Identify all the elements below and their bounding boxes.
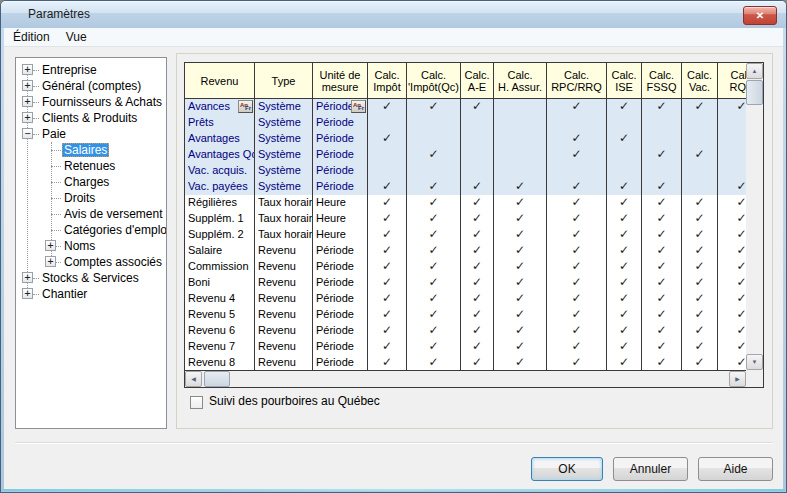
cell-calc-impot[interactable]: ✓ — [368, 307, 407, 323]
cell-type[interactable]: Système — [255, 147, 313, 163]
table-row[interactable]: AvancesAnFr Système PériodeAnFr ✓ ✓ ✓ ✓ … — [185, 99, 763, 115]
cell-calc-ae[interactable]: ✓ — [461, 195, 494, 211]
cell-type[interactable]: Taux horaire — [255, 195, 313, 211]
cell-revenu[interactable]: Revenu 7AnFr — [185, 339, 255, 355]
cell-calc-h-assur[interactable]: ✓ — [494, 307, 547, 323]
cell-calc-ise[interactable]: ✓ — [607, 291, 642, 307]
cell-calc-h-assur[interactable] — [494, 131, 547, 147]
cell-revenu[interactable]: BoniAnFr — [185, 275, 255, 291]
cell-revenu[interactable]: RégilièresAnFr — [185, 195, 255, 211]
scroll-down-button[interactable]: ▼ — [746, 354, 763, 370]
cell-calc-h-assur[interactable]: ✓ — [494, 259, 547, 275]
tree-item[interactable]: + Général (comptes) — [16, 78, 166, 94]
cell-revenu[interactable]: Revenu 4AnFr — [185, 291, 255, 307]
cell-unite[interactable]: PériodeAnFr — [313, 99, 368, 115]
cell-calc-ae[interactable]: ✓ — [461, 291, 494, 307]
cell-unite[interactable]: HeureAnFr — [313, 195, 368, 211]
cell-calc-rpc-rrq[interactable]: ✓ — [547, 195, 607, 211]
menu-item-edition[interactable]: Édition — [6, 29, 57, 45]
cell-calc-ae[interactable]: ✓ — [461, 355, 494, 371]
table-row[interactable]: Revenu 5AnFr Revenu PériodeAnFr ✓ ✓ ✓ ✓ … — [185, 307, 763, 323]
cell-unite[interactable]: PériodeAnFr — [313, 355, 368, 371]
tree-item[interactable]: + Comptes associés — [16, 254, 166, 270]
cell-calc-ae[interactable]: ✓ — [461, 211, 494, 227]
table-row[interactable]: AvantagesAnFr Système PériodeAnFr ✓ ✓ ✓ — [185, 131, 763, 147]
cell-calc-h-assur[interactable]: ✓ — [494, 227, 547, 243]
cell-calc-rpc-rrq[interactable]: ✓ — [547, 147, 607, 163]
cell-calc-vac[interactable] — [682, 131, 718, 147]
cell-calc-ise[interactable]: ✓ — [607, 211, 642, 227]
cell-type[interactable]: Revenu — [255, 355, 313, 371]
cell-calc-vac[interactable]: ✓ — [682, 147, 718, 163]
tree-item[interactable]: Catégories d'emploi — [16, 222, 166, 238]
cell-calc-impot-qc[interactable]: ✓ — [407, 195, 461, 211]
cell-revenu[interactable]: Revenu 5AnFr — [185, 307, 255, 323]
cell-calc-ae[interactable]: ✓ — [461, 179, 494, 195]
vertical-scrollbar[interactable]: ▲ ▼ — [746, 63, 763, 370]
help-button[interactable]: Aide — [698, 457, 773, 481]
tree-item-label[interactable]: Avis de versement — [62, 207, 165, 221]
cell-calc-impot-qc[interactable]: ✓ — [407, 323, 461, 339]
cell-unite[interactable]: PériodeAnFr — [313, 147, 368, 163]
cell-calc-fssq[interactable]: ✓ — [642, 339, 682, 355]
cell-calc-impot-qc[interactable]: ✓ — [407, 339, 461, 355]
tree-item[interactable]: + Clients & Produits — [16, 110, 166, 126]
cell-unite[interactable]: HeureAnFr — [313, 227, 368, 243]
cell-type[interactable]: Revenu — [255, 275, 313, 291]
close-button[interactable]: ✕ — [743, 6, 777, 25]
cell-calc-h-assur[interactable]: ✓ — [494, 179, 547, 195]
cell-type[interactable]: Système — [255, 99, 313, 115]
table-row[interactable]: Vac. payéesAnFr Système PériodeAnFr ✓ ✓ … — [185, 179, 763, 195]
cell-calc-impot[interactable]: ✓ — [368, 339, 407, 355]
cell-calc-ise[interactable]: ✓ — [607, 355, 642, 371]
cell-revenu[interactable]: Revenu 6AnFr — [185, 323, 255, 339]
cell-calc-rpc-rrq[interactable]: ✓ — [547, 291, 607, 307]
cell-calc-impot[interactable]: ✓ — [368, 323, 407, 339]
cell-calc-fssq[interactable]: ✓ — [642, 99, 682, 115]
cell-calc-vac[interactable]: ✓ — [682, 227, 718, 243]
cell-calc-vac[interactable]: ✓ — [682, 243, 718, 259]
cell-calc-ise[interactable]: ✓ — [607, 339, 642, 355]
cell-calc-ae[interactable] — [461, 147, 494, 163]
cell-calc-ise[interactable]: ✓ — [607, 243, 642, 259]
cell-calc-fssq[interactable]: ✓ — [642, 195, 682, 211]
cell-calc-ise[interactable]: ✓ — [607, 179, 642, 195]
cell-type[interactable]: Système — [255, 163, 313, 179]
cell-calc-h-assur[interactable]: ✓ — [494, 339, 547, 355]
cell-calc-vac[interactable]: ✓ — [682, 211, 718, 227]
cell-calc-vac[interactable]: ✓ — [682, 275, 718, 291]
cell-calc-ise[interactable]: ✓ — [607, 259, 642, 275]
tree-item-label[interactable]: Salaires — [62, 143, 109, 157]
tree-expander-icon[interactable]: + — [22, 272, 33, 283]
cell-calc-vac[interactable] — [682, 115, 718, 131]
cell-calc-ise[interactable]: ✓ — [607, 131, 642, 147]
tree-item[interactable]: Retenues — [16, 158, 166, 174]
table-row[interactable]: RégilièresAnFr Taux horaire HeureAnFr ✓ … — [185, 195, 763, 211]
cell-calc-ise[interactable] — [607, 163, 642, 179]
cell-calc-ise[interactable]: ✓ — [607, 307, 642, 323]
cell-calc-rpc-rrq[interactable]: ✓ — [547, 179, 607, 195]
ok-button[interactable]: OK — [531, 457, 603, 481]
cell-calc-vac[interactable]: ✓ — [682, 99, 718, 115]
tree-item-label[interactable]: Paie — [40, 127, 68, 141]
cell-unite[interactable]: PériodeAnFr — [313, 163, 368, 179]
cell-calc-vac[interactable]: ✓ — [682, 355, 718, 371]
cell-calc-impot[interactable]: ✓ — [368, 195, 407, 211]
scroll-up-button[interactable]: ▲ — [746, 63, 763, 79]
cell-calc-rpc-rrq[interactable]: ✓ — [547, 275, 607, 291]
table-row[interactable]: BoniAnFr Revenu PériodeAnFr ✓ ✓ ✓ ✓ ✓ ✓ … — [185, 275, 763, 291]
titlebar[interactable]: Paramètres ✕ — [1, 1, 786, 28]
tree-item[interactable]: + Noms — [16, 238, 166, 254]
tree-item-label[interactable]: Fournisseurs & Achats — [40, 95, 164, 109]
cell-calc-impot-qc[interactable]: ✓ — [407, 147, 461, 163]
tree-item-label[interactable]: Retenues — [62, 159, 117, 173]
cell-calc-impot[interactable]: ✓ — [368, 275, 407, 291]
cell-calc-impot-qc[interactable] — [407, 115, 461, 131]
cell-unite[interactable]: PériodeAnFr — [313, 275, 368, 291]
language-toggle-button[interactable]: AnFr — [238, 100, 253, 113]
table-row[interactable]: Supplém. 2AnFr Taux horaire HeureAnFr ✓ … — [185, 227, 763, 243]
table-row[interactable]: Vac. acquis.AnFr Système PériodeAnFr — [185, 163, 763, 179]
cell-revenu[interactable]: PrêtsAnFr — [185, 115, 255, 131]
cell-calc-ae[interactable]: ✓ — [461, 259, 494, 275]
cell-calc-rpc-rrq[interactable]: ✓ — [547, 131, 607, 147]
